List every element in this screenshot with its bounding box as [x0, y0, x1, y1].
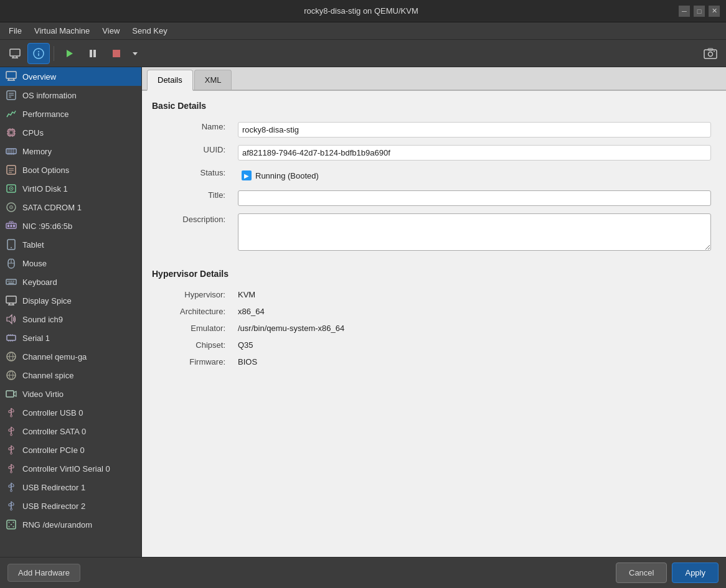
basic-details-table: Name: rocky8-disa-stig UUID: af821189-79… [152, 118, 716, 256]
svg-rect-43 [7, 166, 16, 174]
sidebar-item-boot-options[interactable]: Boot Options [0, 161, 141, 179]
sidebar-item-rng[interactable]: RNG /dev/urandom [0, 515, 141, 534]
sidebar-item-sound-ich9[interactable]: Sound ich9 [0, 310, 141, 329]
cpus-icon [5, 126, 17, 139]
sidebar-label-boot-options: Boot Options [22, 166, 69, 175]
sidebar-item-channel-spice[interactable]: Channel spice [0, 366, 141, 385]
sidebar-item-ctrl-pcie0[interactable]: Controller PCIe 0 [0, 441, 141, 459]
svg-point-116 [11, 471, 12, 473]
sidebar-label-ctrl-usb0: Controller USB 0 [22, 408, 83, 418]
svg-point-130 [11, 508, 12, 510]
sidebar-item-ctrl-usb0[interactable]: Controller USB 0 [0, 403, 141, 422]
show-display-btn[interactable] [4, 43, 26, 64]
title-input[interactable] [238, 190, 711, 206]
emulator-label: Emulator: [152, 320, 233, 337]
usb-redir1-icon [5, 481, 17, 493]
sidebar-label-keyboard: Keyboard [22, 278, 57, 287]
svg-point-102 [11, 434, 12, 436]
menu-send-key[interactable]: Send Key [126, 24, 173, 38]
hypervisor-label: Hypervisor: [152, 286, 233, 303]
sidebar-label-tablet: Tablet [22, 240, 44, 250]
description-input[interactable] [238, 213, 711, 251]
svg-rect-12 [704, 50, 717, 58]
svg-rect-34 [6, 149, 16, 154]
tab-xml[interactable]: XML [194, 70, 232, 90]
svg-marker-88 [14, 391, 16, 396]
sidebar-item-channel-qemu-ga[interactable]: Channel qemu-ga [0, 347, 141, 366]
status-container: ▶ Running (Booted) [238, 168, 711, 183]
run-btn[interactable] [58, 43, 80, 64]
chevron-down-icon [131, 50, 139, 57]
sidebar-item-mouse[interactable]: Mouse [0, 254, 141, 273]
sidebar-item-os-info[interactable]: OS information [0, 86, 141, 105]
sound-icon [5, 313, 17, 325]
svg-rect-55 [11, 225, 12, 227]
svg-rect-16 [6, 72, 16, 78]
content-area: Details XML Basic Details Name: rocky8-d… [142, 67, 726, 557]
close-btn[interactable]: ✕ [709, 6, 720, 17]
sidebar-label-usb-redir2: USB Redirector 2 [22, 502, 85, 511]
sidebar-label-display-spice: Display Spice [22, 296, 72, 306]
pause-btn[interactable] [82, 43, 104, 64]
sidebar-item-sata-cdrom1[interactable]: SATA CDROM 1 [0, 198, 141, 217]
screenshot-btn[interactable] [699, 43, 722, 64]
mouse-icon [5, 257, 17, 269]
monitor-icon [9, 47, 21, 60]
sidebar-item-ctrl-virtio-serial0[interactable]: Controller VirtIO Serial 0 [0, 459, 141, 478]
chipset-row: Chipset: Q35 [152, 337, 716, 353]
svg-rect-65 [6, 279, 16, 284]
sidebar-item-video-virtio[interactable]: Video Virtio [0, 385, 141, 403]
menu-view[interactable]: View [96, 24, 126, 38]
sidebar-item-overview[interactable]: Overview [0, 67, 141, 86]
sidebar-label-ctrl-pcie0: Controller PCIe 0 [22, 446, 85, 455]
minimize-btn[interactable]: ─ [679, 6, 690, 17]
sidebar-label-nic: NIC :95:d6:5b [22, 222, 72, 231]
sidebar-item-nic[interactable]: NIC :95:d6:5b [0, 217, 141, 235]
svg-point-132 [9, 522, 10, 523]
maximize-btn[interactable]: □ [694, 6, 705, 17]
hypervisor-details-table: Hypervisor: KVM Architecture: x86_64 Emu… [152, 286, 716, 370]
sidebar-item-cpus[interactable]: CPUs [0, 123, 141, 142]
status-row: Status: ▶ Running (Booted) [152, 164, 716, 187]
channel-spice-icon [5, 369, 17, 381]
sidebar-label-ctrl-sata0: Controller SATA 0 [22, 427, 86, 436]
cancel-btn[interactable]: Cancel [616, 562, 667, 583]
nic-icon [5, 220, 17, 232]
title-row: Title: [152, 187, 716, 210]
sidebar-label-video-virtio: Video Virtio [22, 390, 64, 399]
sidebar-item-usb-redir1[interactable]: USB Redirector 1 [0, 478, 141, 497]
channel-qemu-ga-icon [5, 350, 17, 363]
sidebar-item-performance[interactable]: Performance [0, 105, 141, 123]
sidebar-label-ctrl-virtio-serial0: Controller VirtIO Serial 0 [22, 464, 110, 474]
tab-details[interactable]: Details [147, 70, 193, 91]
svg-rect-8 [90, 50, 92, 57]
sidebar-item-virtio-disk1[interactable]: VirtIO Disk 1 [0, 179, 141, 198]
sidebar-item-keyboard[interactable]: Keyboard [0, 273, 141, 291]
menu-virtual-machine[interactable]: Virtual Machine [28, 24, 96, 38]
sidebar-item-serial1[interactable]: Serial 1 [0, 329, 141, 347]
ctrl-virtio-serial0-icon [5, 462, 17, 475]
description-label: Description: [152, 210, 233, 256]
sidebar-item-display-spice[interactable]: Display Spice [0, 291, 141, 310]
sidebar-item-tablet[interactable]: Tablet [0, 235, 141, 254]
vm-info-btn[interactable] [27, 43, 50, 64]
sidebar-label-performance: Performance [22, 110, 68, 119]
ctrl-usb0-icon [5, 406, 17, 419]
svg-rect-54 [7, 225, 9, 227]
details-panel: Basic Details Name: rocky8-disa-stig UUI… [142, 91, 726, 557]
svg-point-136 [13, 526, 14, 528]
name-value: rocky8-disa-stig [238, 122, 711, 138]
add-hardware-btn[interactable]: Add Hardware [7, 564, 80, 582]
apply-btn[interactable]: Apply [672, 562, 719, 583]
sidebar-item-ctrl-sata0[interactable]: Controller SATA 0 [0, 422, 141, 441]
stop-btn[interactable] [105, 43, 128, 64]
hypervisor-value: KVM [238, 290, 255, 299]
more-btn[interactable] [129, 43, 141, 64]
sidebar-label-cpus: CPUs [22, 128, 44, 138]
sidebar-item-memory[interactable]: Memory [0, 142, 141, 161]
display-spice-icon [5, 294, 17, 307]
ctrl-sata0-icon [5, 425, 17, 437]
firmware-value: BIOS [238, 357, 257, 366]
sidebar-item-usb-redir2[interactable]: USB Redirector 2 [0, 497, 141, 515]
menu-file[interactable]: File [2, 24, 28, 38]
